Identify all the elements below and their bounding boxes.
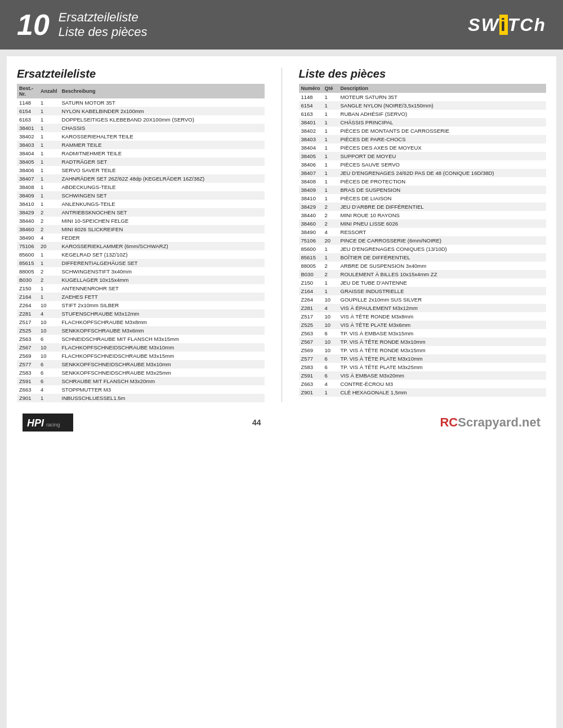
quantity: 2 bbox=[38, 208, 60, 217]
right-col-num: Numéro bbox=[299, 84, 323, 93]
quantity: 2 bbox=[323, 211, 338, 219]
part-number: 85615 bbox=[299, 253, 323, 262]
quantity: 1 bbox=[323, 143, 338, 152]
quantity: 4 bbox=[323, 228, 338, 236]
quantity: 2 bbox=[38, 276, 60, 284]
quantity: 1 bbox=[323, 110, 338, 118]
description: KAROSSERIEKLAMMER (6mm/SCHWARZ) bbox=[60, 242, 265, 250]
description: VIS À TÊTE RONDE M3x8mm bbox=[338, 312, 546, 321]
description: FLACHKOPFSCHRAUBE M3x8mm bbox=[60, 318, 265, 326]
table-row: Z2814STUFENSCHRAUBE M3x12mm bbox=[17, 309, 265, 318]
description: SUPPORT DE MOYEU bbox=[338, 152, 546, 160]
part-number: 38429 bbox=[299, 203, 323, 211]
part-number: 38406 bbox=[17, 166, 38, 174]
table-row: 61631RUBAN ADHÉSIF (SERVO) bbox=[299, 110, 547, 118]
table-row: Z5916VIS À EMBASE M3x20mm bbox=[299, 371, 547, 380]
table-row: 384091BRAS DE SUSPENSION bbox=[299, 186, 547, 194]
main-content: Ersatzteileliste Best.-Nr. Anzahl Beschr… bbox=[7, 56, 556, 728]
table-row: Z1501JEU DE TUBE D'ANTENNE bbox=[299, 278, 547, 287]
table-row: Z5776SENKKOPFSCHNEIDSCHRAUBE M3x10mm bbox=[17, 360, 265, 369]
description: CHASSIS bbox=[60, 124, 265, 132]
description: BRAS DE SUSPENSION bbox=[338, 186, 546, 194]
quantity: 1 bbox=[323, 169, 338, 177]
part-number: 38460 bbox=[299, 219, 323, 228]
part-number: Z281 bbox=[17, 309, 38, 318]
part-number: Z517 bbox=[299, 312, 323, 321]
description: NYLON KABELBINDER 2x100mm bbox=[60, 107, 265, 115]
table-row: 384021PIÈCES DE MONTANTS DE CARROSSERIE bbox=[299, 127, 547, 135]
right-col-qty: Qté bbox=[323, 84, 338, 93]
table-row: 384061SERVO SAVER TEILE bbox=[17, 166, 265, 174]
table-row: Z56910TP. VIS À TÊTE RONDE M3x15mm bbox=[299, 346, 547, 354]
part-number: 6154 bbox=[17, 107, 38, 115]
table-row: 384091SCHWINGEN SET bbox=[17, 191, 265, 200]
description: VIS À ÉPAULEMENT M3x12mm bbox=[338, 304, 546, 312]
table-row: Z5636SCHNEIDSCHRAUBE MIT FLANSCH M3x15mm bbox=[17, 335, 265, 343]
description: MINI 6026 SLICKREIFEN bbox=[60, 225, 265, 233]
description: DOPPELSEITIGES KLEBEBAND 20X100mm (SERVO… bbox=[60, 115, 265, 124]
part-number: Z150 bbox=[17, 284, 38, 293]
description: TP. VIS À TÊTE PLATE M3x25mm bbox=[338, 363, 546, 371]
description: JEU DE TUBE D'ANTENNE bbox=[338, 278, 546, 287]
table-row: 384101PIÈCES DE LIAISON bbox=[299, 194, 547, 203]
description: RESSORT bbox=[338, 228, 546, 236]
part-number: 38440 bbox=[299, 211, 323, 219]
part-number: 38403 bbox=[17, 141, 38, 149]
description: TP. VIS À TÊTE RONDE M3x10mm bbox=[338, 338, 546, 346]
description: CHÂSSIS PRINCIPAL bbox=[338, 118, 546, 127]
quantity: 20 bbox=[38, 242, 60, 250]
description: TP. VIS À TÊTE RONDE M3x15mm bbox=[338, 346, 546, 354]
description: STIFT 2x10mm SILBER bbox=[60, 301, 265, 309]
quantity: 1 bbox=[38, 132, 60, 141]
part-number: 38404 bbox=[299, 143, 323, 152]
quantity: 1 bbox=[323, 278, 338, 287]
description: FLACHKOPFSCHNEIDSCHRAUBE M3x10mm bbox=[60, 343, 265, 352]
description: RADTRÄGER SET bbox=[60, 158, 265, 166]
table-row: Z1641GRAISSE INDUSTRIELLE bbox=[299, 287, 547, 295]
part-number: 38408 bbox=[299, 177, 323, 186]
part-number: Z517 bbox=[17, 318, 38, 326]
part-number: Z583 bbox=[17, 369, 38, 377]
table-row: Z5916SCHRAUBE MIT FLANSCH M3x20mm bbox=[17, 377, 265, 385]
table-row: Z5776TP. VIS À TÊTE PLATE M3x10mm bbox=[299, 354, 547, 363]
left-col-desc: Beschreibung bbox=[60, 84, 265, 98]
quantity: 1 bbox=[323, 135, 338, 143]
part-number: 38409 bbox=[17, 191, 38, 200]
quantity: 10 bbox=[323, 312, 338, 321]
quantity: 1 bbox=[323, 388, 338, 397]
table-row: 856001KEGELRAD SET (13Z/10Z) bbox=[17, 250, 265, 259]
part-number: 85600 bbox=[17, 250, 38, 259]
description: PIÈCES DE PROTECTION bbox=[338, 177, 546, 186]
part-number: 6154 bbox=[299, 101, 323, 110]
part-number: 75106 bbox=[17, 242, 38, 250]
part-number: 38405 bbox=[299, 152, 323, 160]
quantity: 1 bbox=[38, 98, 60, 107]
header-title1: Ersatzteileliste bbox=[59, 10, 148, 25]
quantity: 1 bbox=[38, 115, 60, 124]
quantity: 1 bbox=[323, 160, 338, 169]
quantity: 1 bbox=[323, 194, 338, 203]
table-row: Z9011CLÉ HEXAGONALE 1,5mm bbox=[299, 388, 547, 397]
part-number: Z569 bbox=[17, 352, 38, 360]
description: SCHNEIDSCHRAUBE MIT FLANSCH M3x15mm bbox=[60, 335, 265, 343]
table-row: 384081ABDECKUNGS-TEILE bbox=[17, 183, 265, 191]
part-number: Z577 bbox=[299, 354, 323, 363]
part-number: 38407 bbox=[299, 169, 323, 177]
part-number: Z901 bbox=[17, 394, 38, 402]
table-row: Z56910FLACHKOPFSCHNEIDSCHRAUBE M3x15mm bbox=[17, 352, 265, 360]
table-row: Z1641ZAEHES FETT bbox=[17, 293, 265, 301]
quantity: 1 bbox=[323, 253, 338, 262]
quantity: 10 bbox=[38, 318, 60, 326]
page-number: 10 bbox=[17, 10, 50, 39]
table-row: Z5836SENKKOPFSCHNEIDSCHRAUBE M3x25mm bbox=[17, 369, 265, 377]
part-number: B030 bbox=[299, 270, 323, 278]
table-row: Z26410GOUPILLE 2x10mm SUS SILVER bbox=[299, 295, 547, 304]
right-col-desc: Description bbox=[338, 84, 546, 93]
left-parts-table: Best.-Nr. Anzahl Beschreibung 11481SATUR… bbox=[17, 84, 265, 402]
table-row: 384402MINI 10-SPEICHEN FELGE bbox=[17, 217, 265, 225]
description: CONTRE-ÉCROU M3 bbox=[338, 380, 546, 388]
table-row: 11481MOTEUR SATURN 35T bbox=[299, 93, 547, 101]
table-row: 880052ARBRE DE SUSPENSION 3x40mm bbox=[299, 262, 547, 270]
description: JEU D'ENGRENAGES 24/62D PAS DE 48 (CONIQ… bbox=[338, 169, 546, 177]
description: KUGELLAGER 10x15x4mm bbox=[60, 276, 265, 284]
